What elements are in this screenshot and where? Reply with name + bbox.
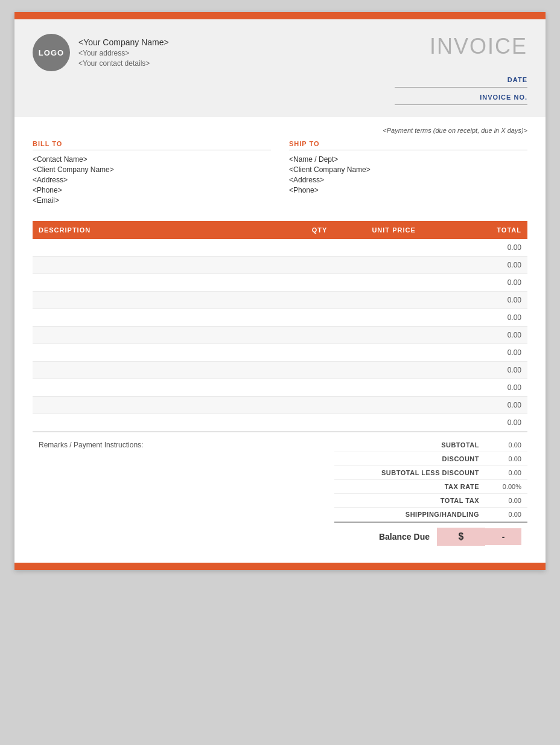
table-row: 0.00 bbox=[33, 292, 527, 309]
invoice-right: INVOICE DATE INVOICE NO. bbox=[395, 34, 527, 105]
summary-remarks-row: Remarks / Payment Instructions: SUBTOTAL… bbox=[33, 432, 527, 551]
subtotal-less-discount-row: SUBTOTAL LESS DISCOUNT 0.00 bbox=[334, 466, 527, 480]
items-table: DESCRIPTION QTY UNIT PRICE TOTAL 0.000.0… bbox=[33, 221, 527, 432]
cell-qty bbox=[290, 327, 349, 344]
cell-unit-price bbox=[349, 257, 439, 274]
ship-to-header: SHIP TO bbox=[289, 140, 527, 150]
discount-value: 0.00 bbox=[479, 455, 521, 462]
cell-total: 0.00 bbox=[438, 309, 527, 327]
col-description: DESCRIPTION bbox=[33, 221, 290, 239]
remarks-label: Remarks / Payment Instructions: bbox=[39, 441, 143, 449]
cell-unit-price bbox=[349, 239, 439, 257]
cell-description bbox=[33, 379, 290, 397]
cell-description bbox=[33, 239, 290, 257]
subtotal-label: SUBTOTAL bbox=[340, 441, 479, 449]
invoice-no-label: INVOICE NO. bbox=[480, 94, 527, 101]
date-label: DATE bbox=[508, 76, 527, 83]
cell-qty bbox=[290, 344, 349, 362]
total-tax-value: 0.00 bbox=[479, 497, 521, 504]
table-row: 0.00 bbox=[33, 257, 527, 274]
invoice-page: LOGO <Your Company Name> <Your address> … bbox=[14, 12, 546, 570]
shipping-label: SHIPPING/HANDLING bbox=[340, 511, 479, 518]
bill-phone: <Phone> bbox=[33, 186, 271, 194]
invoice-title: INVOICE bbox=[430, 34, 527, 59]
tax-rate-label: TAX RATE bbox=[340, 483, 479, 490]
cell-unit-price bbox=[349, 327, 439, 344]
table-row: 0.00 bbox=[33, 379, 527, 397]
discount-row: DISCOUNT 0.00 bbox=[334, 452, 527, 466]
table-header-row: DESCRIPTION QTY UNIT PRICE TOTAL bbox=[33, 221, 527, 239]
bill-to-section: BILL TO <Contact Name> <Client Company N… bbox=[33, 140, 271, 206]
ship-address: <Address> bbox=[289, 176, 527, 184]
date-row: DATE bbox=[395, 70, 527, 88]
header-section: LOGO <Your Company Name> <Your address> … bbox=[14, 19, 546, 117]
cell-qty bbox=[290, 257, 349, 274]
cell-description bbox=[33, 397, 290, 414]
cell-total: 0.00 bbox=[438, 327, 527, 344]
subtotal-row: SUBTOTAL 0.00 bbox=[334, 438, 527, 452]
bill-company-name: <Client Company Name> bbox=[33, 165, 271, 174]
cell-description bbox=[33, 414, 290, 432]
company-contact: <Your contact details> bbox=[78, 59, 169, 68]
balance-due-value: - bbox=[485, 528, 521, 545]
cell-description bbox=[33, 292, 290, 309]
bottom-accent-bar bbox=[14, 563, 546, 570]
table-row: 0.00 bbox=[33, 344, 527, 362]
table-row: 0.00 bbox=[33, 274, 527, 292]
remarks-col: Remarks / Payment Instructions: bbox=[33, 438, 334, 452]
cell-qty bbox=[290, 309, 349, 327]
total-tax-label: TOTAL TAX bbox=[340, 497, 479, 504]
bill-contact-name: <Contact Name> bbox=[33, 155, 271, 164]
subtotal-less-discount-value: 0.00 bbox=[479, 469, 521, 476]
cell-unit-price bbox=[349, 292, 439, 309]
table-row: 0.00 bbox=[33, 239, 527, 257]
company-address: <Your address> bbox=[78, 49, 169, 57]
cell-qty bbox=[290, 292, 349, 309]
bill-email: <Email> bbox=[33, 196, 271, 205]
cell-unit-price bbox=[349, 344, 439, 362]
body-section: <Payment terms (due on receipt, due in X… bbox=[14, 117, 546, 563]
table-row: 0.00 bbox=[33, 362, 527, 379]
ship-company-name: <Client Company Name> bbox=[289, 165, 527, 174]
cell-qty bbox=[290, 414, 349, 432]
top-accent-bar bbox=[14, 12, 546, 19]
table-row: 0.00 bbox=[33, 397, 527, 414]
cell-qty bbox=[290, 239, 349, 257]
subtotal-value: 0.00 bbox=[479, 441, 521, 449]
cell-total: 0.00 bbox=[438, 344, 527, 362]
table-row: 0.00 bbox=[33, 309, 527, 327]
cell-unit-price bbox=[349, 362, 439, 379]
tax-rate-value: 0.00% bbox=[479, 483, 521, 490]
payment-terms: <Payment terms (due on receipt, due in X… bbox=[33, 127, 527, 134]
tax-rate-row: TAX RATE 0.00% bbox=[334, 480, 527, 494]
shipping-value: 0.00 bbox=[479, 511, 521, 518]
logo-area: LOGO <Your Company Name> <Your address> … bbox=[33, 34, 169, 71]
company-info: <Your Company Name> <Your address> <Your… bbox=[78, 34, 169, 68]
cell-description bbox=[33, 274, 290, 292]
cell-description bbox=[33, 327, 290, 344]
cell-unit-price bbox=[349, 414, 439, 432]
company-name: <Your Company Name> bbox=[78, 37, 169, 47]
col-total: TOTAL bbox=[438, 221, 527, 239]
balance-due-row: Balance Due $ - bbox=[334, 522, 527, 551]
summary-col: SUBTOTAL 0.00 DISCOUNT 0.00 SUBTOTAL LES… bbox=[334, 438, 527, 551]
cell-unit-price bbox=[349, 397, 439, 414]
cell-total: 0.00 bbox=[438, 414, 527, 432]
cell-unit-price bbox=[349, 274, 439, 292]
cell-qty bbox=[290, 362, 349, 379]
bill-to-header: BILL TO bbox=[33, 140, 271, 150]
invoice-meta: DATE INVOICE NO. bbox=[395, 70, 527, 105]
ship-to-section: SHIP TO <Name / Dept> <Client Company Na… bbox=[289, 140, 527, 206]
cell-qty bbox=[290, 379, 349, 397]
cell-total: 0.00 bbox=[438, 397, 527, 414]
cell-total: 0.00 bbox=[438, 257, 527, 274]
balance-due-currency: $ bbox=[437, 528, 485, 546]
cell-total: 0.00 bbox=[438, 239, 527, 257]
ship-phone: <Phone> bbox=[289, 186, 527, 194]
cell-total: 0.00 bbox=[438, 292, 527, 309]
cell-qty bbox=[290, 397, 349, 414]
subtotal-less-discount-label: SUBTOTAL LESS DISCOUNT bbox=[340, 469, 479, 476]
cell-description bbox=[33, 309, 290, 327]
table-row: 0.00 bbox=[33, 414, 527, 432]
shipping-row: SHIPPING/HANDLING 0.00 bbox=[334, 508, 527, 522]
